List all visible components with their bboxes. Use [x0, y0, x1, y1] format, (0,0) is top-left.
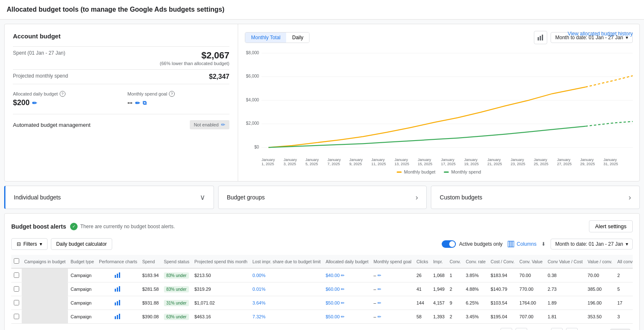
- svg-text:$8,000: $8,000: [246, 50, 259, 55]
- chart-type-icon[interactable]: [534, 31, 547, 44]
- daily-budget-2[interactable]: $50.00 ✏: [323, 296, 371, 310]
- svg-rect-13: [508, 241, 510, 247]
- lost-impr-1[interactable]: 0.01%: [250, 282, 323, 296]
- daily-budget-1[interactable]: $60.00 ✏: [323, 282, 371, 296]
- lost-impr-0[interactable]: 0.00%: [250, 268, 323, 282]
- monthly-goal-1[interactable]: – ✏: [371, 282, 414, 296]
- select-all-checkbox[interactable]: [14, 258, 19, 264]
- monthly-goal-edit-icon[interactable]: ✏: [135, 100, 140, 106]
- row-checkbox-2[interactable]: [14, 300, 19, 305]
- all-conv-1: 5: [615, 282, 633, 296]
- th-value-conv[interactable]: Value / conv.: [585, 255, 615, 268]
- daily-budget-0[interactable]: $40.00 ✏: [323, 268, 371, 282]
- next-page-button[interactable]: ›: [551, 328, 563, 330]
- th-lost-impr[interactable]: Lost impr. share due to budget limit: [250, 255, 323, 268]
- lost-impr-2[interactable]: 3.64%: [250, 296, 323, 310]
- monthly-goal-info-icon[interactable]: ?: [169, 91, 175, 97]
- view-history-link[interactable]: View allocated budget history: [568, 31, 633, 37]
- spent-label: Spent (01 Jan - 27 Jan): [13, 50, 65, 56]
- daily-budget-3[interactable]: $50.00 ✏: [323, 310, 371, 324]
- legend-budget: Monthly budget: [397, 169, 435, 174]
- th-impr[interactable]: Impr.: [430, 255, 447, 268]
- x-label: January7, 2025: [327, 158, 341, 166]
- x-label: January15, 2025: [418, 158, 433, 166]
- daily-budget-calculator-button[interactable]: Daily budget calculator: [51, 238, 112, 250]
- daily-budget-info-icon[interactable]: ?: [60, 91, 65, 97]
- svg-rect-20: [117, 287, 118, 292]
- table-row: Campaign $183.94 83% under $213.50 0.00%…: [11, 268, 633, 282]
- custom-budgets-label: Custom budgets: [440, 194, 482, 201]
- monthly-goal-0[interactable]: – ✏: [371, 268, 414, 282]
- filter-icon: ⊟: [17, 241, 21, 247]
- page-title: Allocated budget tools (to manage the Go…: [0, 0, 644, 20]
- monthly-goal-2[interactable]: – ✏: [371, 296, 414, 310]
- th-clicks[interactable]: Clicks: [414, 255, 430, 268]
- conv-rate-2: 6.25%: [463, 296, 488, 310]
- daily-budget-edit-icon[interactable]: ✏: [32, 100, 37, 106]
- th-conv-value[interactable]: Conv. Value: [517, 255, 545, 268]
- spend-status-0: 83% under: [161, 268, 192, 282]
- conv-value-cost-2: 1.89: [545, 296, 585, 310]
- active-budgets-toggle[interactable]: [442, 240, 456, 248]
- budget-groups-nav[interactable]: Budget groups ›: [218, 186, 427, 209]
- th-campaigns[interactable]: Campaigns in budget: [22, 255, 68, 268]
- th-projected-spend[interactable]: Projected spend this month: [192, 255, 250, 268]
- perf-chart-3[interactable]: [96, 310, 140, 324]
- tab-monthly-total[interactable]: Monthly Total: [245, 33, 286, 43]
- impr-0: 1,068: [430, 268, 447, 282]
- columns-button[interactable]: Columns: [508, 241, 536, 247]
- projected-2: $1,071.02: [192, 296, 250, 310]
- lost-impr-3[interactable]: 7.32%: [250, 310, 323, 324]
- individual-budgets-nav[interactable]: Individual budgets ∨: [4, 186, 214, 209]
- x-label: January19, 2025: [464, 158, 479, 166]
- filters-date-range-dropdown[interactable]: Month to date: 01 Jan - 27 Jan ▾: [551, 239, 633, 249]
- row-checkbox-1[interactable]: [14, 286, 19, 292]
- monthly-goal-copy-icon[interactable]: ⧉: [143, 100, 146, 106]
- svg-rect-27: [119, 314, 120, 319]
- th-performance-charts[interactable]: Performance charts: [96, 255, 140, 268]
- svg-text:$4,000: $4,000: [246, 98, 259, 102]
- filters-button[interactable]: ⊟ Filters ▾: [11, 238, 48, 250]
- alert-settings-button[interactable]: Alert settings: [589, 220, 633, 232]
- th-conv[interactable]: Conv.: [447, 255, 463, 268]
- th-budget-type[interactable]: Budget type: [68, 255, 96, 268]
- last-page-button[interactable]: »: [566, 328, 578, 330]
- th-conv-value-cost[interactable]: Conv Value / Cost: [545, 255, 585, 268]
- cost-conv-3: $195.04: [488, 310, 517, 324]
- x-label: January21, 2025: [487, 158, 502, 166]
- prev-page-button[interactable]: ‹: [516, 328, 527, 330]
- campaign-name-0: [22, 268, 68, 282]
- filter-chevron-down-icon: ▾: [40, 241, 42, 247]
- perf-chart-2[interactable]: [96, 296, 140, 310]
- projected-0: $213.50: [192, 268, 250, 282]
- active-toggle-label: Active budgets only: [459, 241, 503, 247]
- th-daily-budget[interactable]: Allocated daily budget: [323, 255, 371, 268]
- table-row: Campaign $390.08 63% under $463.16 7.32%…: [11, 310, 633, 324]
- impr-3: 1,393: [430, 310, 447, 324]
- not-enabled-edit-icon[interactable]: ✏: [221, 122, 225, 128]
- th-cost-conv[interactable]: Cost / Conv.: [488, 255, 517, 268]
- conv-rate-3: 3.45%: [463, 310, 488, 324]
- th-spend[interactable]: Spend: [140, 255, 161, 268]
- row-checkbox-3[interactable]: [14, 314, 19, 319]
- perf-chart-1[interactable]: [96, 282, 140, 296]
- clicks-3: 58: [414, 310, 430, 324]
- custom-budgets-chevron-right-icon: ›: [629, 193, 631, 202]
- perf-chart-0[interactable]: [96, 268, 140, 282]
- campaign-name-1: [22, 282, 68, 296]
- custom-budgets-nav[interactable]: Custom budgets ›: [431, 186, 640, 209]
- th-conv-rate[interactable]: Conv. rate: [463, 255, 488, 268]
- pagination: « ‹ 1-4 of 4 › » Show rows: 10 25 50: [11, 324, 633, 330]
- th-spend-status[interactable]: Spend status: [161, 255, 192, 268]
- svg-rect-22: [115, 302, 116, 305]
- svg-rect-21: [119, 286, 120, 292]
- tab-daily[interactable]: Daily: [286, 33, 309, 43]
- svg-rect-0: [538, 37, 539, 40]
- th-all-conv[interactable]: All conv.: [615, 255, 633, 268]
- monthly-goal-3[interactable]: – ✏: [371, 310, 414, 324]
- first-page-button[interactable]: «: [501, 328, 512, 330]
- download-icon[interactable]: ⬇: [541, 241, 546, 247]
- th-monthly-goal[interactable]: Monthly spend goal: [371, 255, 414, 268]
- row-checkbox-0[interactable]: [14, 272, 19, 278]
- svg-rect-26: [117, 315, 118, 319]
